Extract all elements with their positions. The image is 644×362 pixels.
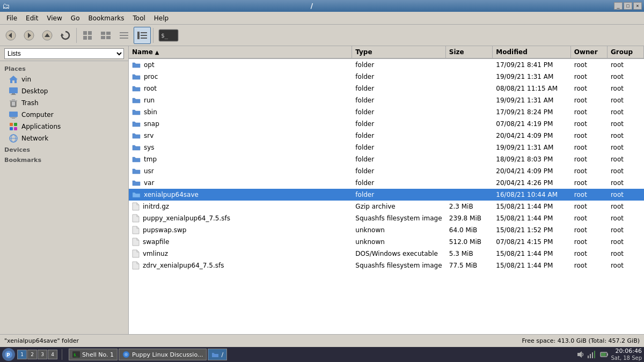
network-status-icon[interactable] <box>587 350 598 359</box>
file-modified-cell: 20/04/21 4:09 PM <box>493 130 570 142</box>
taskbar-app-label: / <box>221 351 223 358</box>
menu-bookmarks[interactable]: Bookmarks <box>84 13 128 23</box>
table-row[interactable]: zdrv_xenialpup64_7.5.sfs Squashfs filesy… <box>129 260 644 271</box>
detail-view-button[interactable] <box>134 27 151 44</box>
svg-rect-20 <box>141 35 147 36</box>
col-header-size[interactable]: Size <box>446 46 493 58</box>
svg-rect-8 <box>88 31 92 35</box>
file-owner-cell: root <box>571 224 608 236</box>
menu-file[interactable]: File <box>2 13 21 23</box>
file-size-cell <box>446 142 493 153</box>
menu-edit[interactable]: Edit <box>21 13 42 23</box>
menu-view[interactable]: View <box>42 13 66 23</box>
table-row[interactable]: snap folder 07/08/21 4:19 PM root root <box>129 118 644 130</box>
table-row[interactable]: pupswap.swp unknown 64.0 MiB 15/08/21 1:… <box>129 224 644 236</box>
table-row[interactable]: tmp folder 18/09/21 8:03 PM root root <box>129 153 644 165</box>
minimize-button[interactable]: _ <box>614 2 623 10</box>
file-group-cell: root <box>608 212 644 224</box>
sidebar-item-trash[interactable]: Trash <box>0 97 128 109</box>
maximize-button[interactable]: □ <box>624 2 632 10</box>
file-owner-cell: root <box>571 71 608 83</box>
table-row[interactable]: proc folder 19/09/21 1:31 AM root root <box>129 71 644 83</box>
svg-rect-25 <box>9 87 18 93</box>
col-header-type[interactable]: Type <box>352 46 446 58</box>
bookmarks-label: Bookmarks <box>0 154 128 165</box>
col-header-group[interactable]: Group <box>608 46 644 58</box>
forward-button[interactable] <box>20 27 38 44</box>
svg-rect-12 <box>106 32 111 35</box>
reload-icon <box>60 30 71 41</box>
col-header-name[interactable]: Name ▲ <box>129 46 352 58</box>
svg-rect-13 <box>101 36 105 39</box>
table-row[interactable]: initrd.gz Gzip archive 2.3 MiB 15/08/21 … <box>129 201 644 212</box>
svg-rect-59 <box>592 352 593 358</box>
svg-marker-49 <box>133 262 139 269</box>
svg-rect-15 <box>120 32 128 33</box>
desktop-4[interactable]: 4 <box>48 350 57 359</box>
table-row[interactable]: vmlinuz DOS/Windows executable 5.3 MiB 1… <box>129 248 644 260</box>
file-name-cell: usr <box>129 165 352 177</box>
network-icon <box>9 134 18 143</box>
close-button[interactable]: × <box>633 2 642 10</box>
table-row[interactable]: xenialpup64save folder 16/08/21 10:44 AM… <box>129 189 644 201</box>
svg-rect-10 <box>88 36 92 40</box>
col-header-modified[interactable]: Modified <box>493 46 571 58</box>
list-view-button[interactable] <box>115 27 133 44</box>
svg-rect-63 <box>601 353 606 356</box>
sidebar-item-network[interactable]: Network <box>0 132 128 144</box>
speaker-icon[interactable] <box>576 350 585 359</box>
table-row[interactable]: opt folder 17/09/21 8:41 PM root root <box>129 59 644 71</box>
taskbar-app-/[interactable]: / <box>208 349 227 360</box>
file-name-cell: opt <box>129 59 352 71</box>
sidebar-content: Places vin Desktop <box>0 61 128 334</box>
compact-view-button[interactable] <box>97 27 114 44</box>
file-size-cell <box>446 130 493 142</box>
col-header-owner[interactable]: Owner <box>571 46 608 58</box>
file-name: snap <box>144 120 159 128</box>
menu-help[interactable]: Help <box>150 13 173 23</box>
desktop-2[interactable]: 2 <box>27 350 37 359</box>
taskbar-app-shellno.1[interactable]: $_Shell No. 1 <box>69 349 118 360</box>
table-row[interactable]: swapfile unknown 512.0 MiB 07/08/21 4:15… <box>129 236 644 248</box>
taskbar-app-label: Shell No. 1 <box>82 351 114 358</box>
table-row[interactable]: var folder 20/04/21 4:26 PM root root <box>129 177 644 189</box>
table-row[interactable]: sys folder 19/09/21 1:31 AM root root <box>129 142 644 153</box>
menu-tool[interactable]: Tool <box>129 13 150 23</box>
desktop-1[interactable]: 1 <box>17 350 27 359</box>
lists-dropdown[interactable]: Lists <box>4 48 124 59</box>
file-modified-cell: 15/08/21 1:44 PM <box>493 260 570 271</box>
up-button[interactable] <box>39 27 56 44</box>
sidebar-item-desktop[interactable]: Desktop <box>0 85 128 97</box>
file-owner-cell: root <box>571 94 608 106</box>
sidebar-item-computer[interactable]: Computer <box>0 109 128 121</box>
terminal-button[interactable]: $_ <box>156 27 181 44</box>
desktop-3[interactable]: 3 <box>38 350 47 359</box>
sidebar-item-vin[interactable]: vin <box>0 73 128 85</box>
taskbar-app-puppylinux[interactable]: Puppy Linux Discussio... <box>119 349 207 360</box>
table-row[interactable]: puppy_xenialpup64_7.5.sfs Squashfs files… <box>129 212 644 224</box>
icon-view-button[interactable] <box>79 27 96 44</box>
sidebar-item-applications-label: Applications <box>21 123 61 130</box>
svg-rect-11 <box>101 32 105 35</box>
file-modified-cell: 20/04/21 4:09 PM <box>493 165 570 177</box>
battery-icon[interactable] <box>600 350 609 359</box>
file-name: xenialpup64save <box>144 191 199 198</box>
table-row[interactable]: sbin folder 17/09/21 8:24 PM root root <box>129 106 644 118</box>
folder-icon <box>132 155 141 164</box>
table-row[interactable]: root folder 08/08/21 11:15 AM root root <box>129 83 644 94</box>
reload-button[interactable] <box>57 27 74 44</box>
sidebar-item-applications[interactable]: Applications <box>0 121 128 132</box>
table-row[interactable]: usr folder 20/04/21 4:09 PM root root <box>129 165 644 177</box>
file-group-cell: root <box>608 248 644 260</box>
file-group-cell: root <box>608 260 644 271</box>
svg-marker-48 <box>133 250 139 257</box>
menu-go[interactable]: Go <box>67 13 84 23</box>
file-owner-cell: root <box>571 248 608 260</box>
start-button[interactable]: P <box>2 348 15 361</box>
window-controls: _ □ × <box>614 2 642 10</box>
table-row[interactable]: run folder 19/09/21 1:31 AM root root <box>129 94 644 106</box>
back-icon <box>5 30 16 41</box>
svg-rect-38 <box>14 123 17 126</box>
table-row[interactable]: srv folder 20/04/21 4:09 PM root root <box>129 130 644 142</box>
back-button[interactable] <box>2 27 19 44</box>
